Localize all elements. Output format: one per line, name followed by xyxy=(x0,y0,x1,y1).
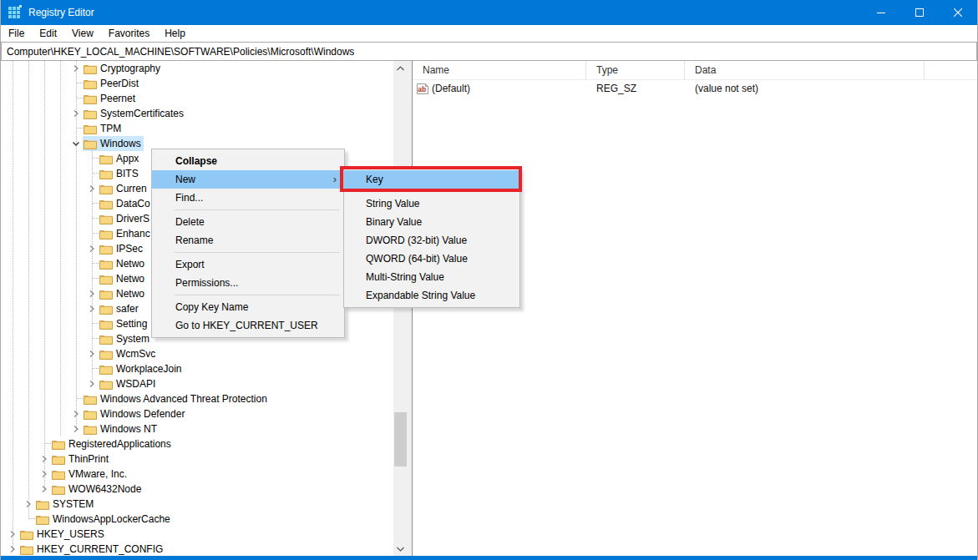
tree-item-windows-advanced-threat-protection[interactable]: Windows Advanced Threat Protection xyxy=(1,391,393,406)
tree-item-body[interactable]: Windows Defender xyxy=(83,406,187,421)
expand-chevron[interactable] xyxy=(69,421,83,436)
expand-chevron[interactable] xyxy=(85,181,99,196)
expand-chevron[interactable] xyxy=(38,467,51,482)
expand-chevron[interactable] xyxy=(85,301,99,316)
tree-item-body[interactable]: WSDAPI xyxy=(99,376,158,391)
tree-item-hkey-users[interactable]: HKEY_USERS xyxy=(1,527,393,542)
expand-chevron[interactable] xyxy=(85,376,99,391)
new-submenu-item-expandable-string-value[interactable]: Expandable String Value xyxy=(344,286,519,305)
tree-item-body[interactable]: IPSec xyxy=(99,241,145,256)
tree-item-body[interactable]: HKEY_CURRENT_CONFIG xyxy=(19,542,165,556)
tree-item-hkey-current-config[interactable]: HKEY_CURRENT_CONFIG xyxy=(1,542,393,556)
tree-item-body[interactable]: Enhanc xyxy=(99,226,153,241)
tree-item-body[interactable]: safer xyxy=(99,301,141,316)
tree-item-thinprint[interactable]: ThinPrint xyxy=(1,452,393,467)
tree-item-body[interactable]: Curren xyxy=(99,181,149,196)
tree-item-body[interactable]: Appx xyxy=(99,151,141,166)
close-button[interactable] xyxy=(939,0,977,25)
context-menu-item-find[interactable]: Find... xyxy=(152,189,344,207)
menubar-item-favorites[interactable]: Favorites xyxy=(101,25,157,42)
tree-item-body[interactable]: Setting xyxy=(99,316,149,331)
menubar-item-edit[interactable]: Edit xyxy=(32,25,64,42)
context-menu-item-export[interactable]: Export xyxy=(152,255,344,274)
tree-item-body[interactable]: Windows xyxy=(83,136,144,151)
expand-chevron[interactable] xyxy=(22,497,35,512)
new-submenu-item-dword-32-bit-value[interactable]: DWORD (32-bit) Value xyxy=(344,231,519,250)
address-input[interactable] xyxy=(1,42,977,61)
expand-chevron[interactable] xyxy=(38,482,51,497)
tree-item-body[interactable]: DataCo xyxy=(99,196,153,211)
new-submenu-item-qword-64-bit-value[interactable]: QWORD (64-bit) Value xyxy=(344,250,519,268)
expand-chevron[interactable] xyxy=(69,106,83,121)
tree-item-windowsapplockercache[interactable]: WindowsAppLockerCache xyxy=(1,512,393,527)
new-submenu-item-multi-string-value[interactable]: Multi-String Value xyxy=(344,268,519,286)
tree-item-cryptography[interactable]: Cryptography xyxy=(1,61,393,76)
tree-item-registeredapplications[interactable]: RegisteredApplications xyxy=(1,436,393,452)
tree-item-body[interactable]: WindowsAppLockerCache xyxy=(35,512,173,527)
collapse-chevron[interactable] xyxy=(69,136,83,151)
tree-item-body[interactable]: Cryptography xyxy=(83,61,163,76)
expand-chevron[interactable] xyxy=(69,61,83,76)
tree-item-body[interactable]: Netwo xyxy=(99,256,147,271)
context-menu-item-collapse[interactable]: Collapse xyxy=(152,152,344,170)
tree-item-peerdist[interactable]: PeerDist xyxy=(1,76,393,91)
column-header-type[interactable]: Type xyxy=(586,61,685,80)
expand-chevron[interactable] xyxy=(69,406,83,421)
context-menu-item-go-to-hkey-current-user[interactable]: Go to HKEY_CURRENT_USER xyxy=(152,316,344,335)
tree-item-body[interactable]: Windows Advanced Threat Protection xyxy=(83,391,270,406)
tree-item-body[interactable]: Peernet xyxy=(83,91,138,106)
maximize-button[interactable] xyxy=(900,0,939,25)
minimize-button[interactable] xyxy=(862,0,900,25)
tree-item-body[interactable]: SYSTEM xyxy=(35,497,96,512)
value-row-default[interactable]: ab(Default)REG_SZ(value not set) xyxy=(413,80,977,97)
expand-chevron[interactable] xyxy=(85,241,99,256)
tree-item-wcmsvc[interactable]: WcmSvc xyxy=(1,346,393,361)
tree-item-body[interactable]: System xyxy=(99,331,152,346)
tree-item-workplacejoin[interactable]: WorkplaceJoin xyxy=(1,361,393,376)
tree-item-windows-defender[interactable]: Windows Defender xyxy=(1,406,393,421)
tree-item-windows-nt[interactable]: Windows NT xyxy=(1,421,393,436)
tree-item-body[interactable]: ThinPrint xyxy=(51,452,111,467)
context-menu-item-copy-key-name[interactable]: Copy Key Name xyxy=(152,298,344,316)
context-menu-item-new[interactable]: New› xyxy=(152,170,344,189)
context-menu-item-delete[interactable]: Delete xyxy=(152,213,344,231)
expand-chevron[interactable] xyxy=(6,527,19,542)
scrollbar-thumb[interactable] xyxy=(394,412,407,467)
tree-item-body[interactable]: WOW6432Node xyxy=(51,482,144,497)
menubar-item-view[interactable]: View xyxy=(64,25,101,42)
tree-item-wow6432node[interactable]: WOW6432Node xyxy=(1,482,393,497)
new-submenu-item-string-value[interactable]: String Value xyxy=(344,194,519,213)
tree-item-body[interactable]: Netwo xyxy=(99,271,147,286)
tree-item-systemcertificates[interactable]: SystemCertificates xyxy=(1,106,393,121)
tree-item-body[interactable]: RegisteredApplications xyxy=(51,436,174,452)
tree-item-body[interactable]: SystemCertificates xyxy=(83,106,186,121)
scroll-down-button[interactable] xyxy=(393,542,408,556)
expand-chevron[interactable] xyxy=(85,286,99,301)
menubar-item-help[interactable]: Help xyxy=(157,25,193,42)
tree-item-wsdapi[interactable]: WSDAPI xyxy=(1,376,393,391)
tree-item-body[interactable]: Windows NT xyxy=(83,421,160,436)
context-menu-item-rename[interactable]: Rename xyxy=(152,231,344,250)
tree-item-peernet[interactable]: Peernet xyxy=(1,91,393,106)
tree-item-vmware-inc[interactable]: VMware, Inc. xyxy=(1,467,393,482)
tree-item-body[interactable]: BITS xyxy=(99,166,141,181)
expand-chevron[interactable] xyxy=(38,452,51,467)
menubar-item-file[interactable]: File xyxy=(1,25,32,42)
column-header-name[interactable]: Name xyxy=(413,61,586,80)
context-menu-item-permissions[interactable]: Permissions... xyxy=(152,274,344,292)
expand-chevron[interactable] xyxy=(85,346,99,361)
tree-item-body[interactable]: WorkplaceJoin xyxy=(99,361,184,376)
scroll-up-button[interactable] xyxy=(393,61,408,75)
column-header-data[interactable]: Data xyxy=(685,61,925,80)
tree-item-body[interactable]: VMware, Inc. xyxy=(51,467,129,482)
tree-item-body[interactable]: PeerDist xyxy=(83,76,141,91)
tree-item-body[interactable]: DriverS xyxy=(99,211,152,226)
tree-item-body[interactable]: HKEY_USERS xyxy=(19,527,107,542)
tree-item-body[interactable]: WcmSvc xyxy=(99,346,158,361)
expand-chevron[interactable] xyxy=(6,542,19,556)
tree-vertical-scrollbar[interactable] xyxy=(393,61,408,556)
tree-item-system[interactable]: SYSTEM xyxy=(1,497,393,512)
new-submenu-item-binary-value[interactable]: Binary Value xyxy=(344,213,519,231)
tree-item-body[interactable]: Netwo xyxy=(99,286,147,301)
tree-item-tpm[interactable]: TPM xyxy=(1,121,393,136)
